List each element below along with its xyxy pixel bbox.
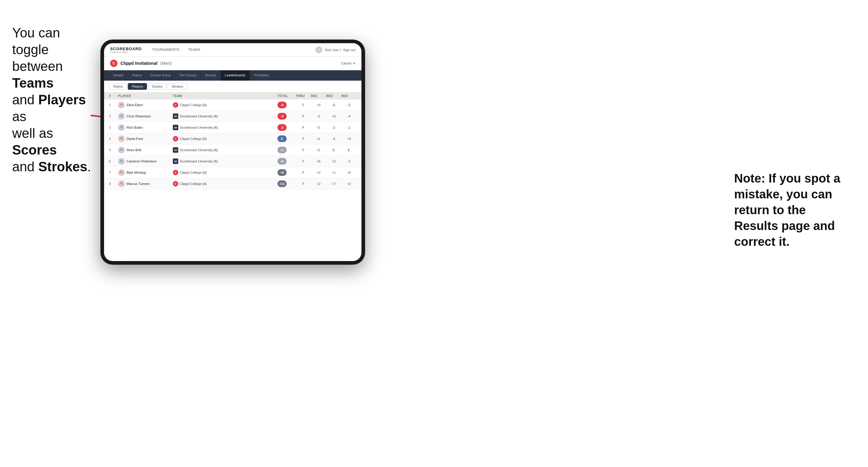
rank-cell: 5 bbox=[109, 148, 118, 152]
player-cell: Cameron Robertson bbox=[118, 158, 173, 164]
player-cell: Elliot Ebert bbox=[118, 102, 173, 108]
tab-course-setup[interactable]: Course Setup bbox=[146, 70, 175, 81]
tournament-header: C Clippd Invitational (Men) Cancel ✕ bbox=[104, 57, 362, 70]
tablet-screen: SCOREBOARD Powered by clippd TOURNAMENTS… bbox=[104, 43, 362, 261]
tab-printables[interactable]: Printables bbox=[250, 70, 273, 81]
thru-cell: F bbox=[296, 171, 311, 174]
team-name: Scoreboard University [A] bbox=[180, 148, 218, 152]
table-row: 6 Cameron Robertson SB Scoreboard Univer… bbox=[104, 156, 362, 167]
player-name: David Ford bbox=[127, 137, 143, 141]
rd2-cell: +5 bbox=[326, 115, 341, 118]
rd1-cell: +3 bbox=[311, 103, 326, 107]
sign-out-link[interactable]: Sign out bbox=[343, 48, 355, 52]
player-name: Elliot Ebert bbox=[127, 103, 143, 107]
nav-right: U Test User | Sign out bbox=[315, 46, 355, 53]
tournament-title: C Clippd Invitational (Men) bbox=[110, 60, 172, 67]
rd1-cell: +1 bbox=[311, 137, 326, 141]
rd1-cell: +2 bbox=[311, 182, 326, 186]
team-name: Scoreboard University [A] bbox=[180, 159, 218, 163]
team-logo-sb: SB bbox=[173, 125, 178, 130]
tab-results[interactable]: Results bbox=[201, 70, 221, 81]
nav-links: TOURNAMENTS TEAMS bbox=[148, 43, 315, 57]
total-cell: +11 bbox=[277, 180, 296, 187]
player-name: Marcus Turners bbox=[127, 182, 150, 186]
nav-teams[interactable]: TEAMS bbox=[184, 43, 205, 57]
rank-cell: 2 bbox=[109, 115, 118, 118]
col-rd1: RD1 bbox=[311, 94, 326, 98]
rd3-cell: +6 bbox=[341, 171, 356, 174]
team-logo-sb: SB bbox=[173, 114, 178, 119]
table-row: 8 Marcus Turners C Clippd College [A] +1… bbox=[104, 178, 362, 190]
player-name: Rees Britt bbox=[127, 148, 141, 152]
subtab-teams[interactable]: Teams bbox=[109, 83, 127, 90]
rd2-cell: +2 bbox=[326, 159, 341, 163]
tab-leaderboards[interactable]: Leaderboards bbox=[221, 70, 250, 81]
rank-cell: 1 bbox=[109, 103, 118, 107]
total-cell: +8 bbox=[277, 169, 296, 176]
user-name: Test User | bbox=[324, 48, 340, 52]
player-avatar bbox=[118, 158, 125, 164]
col-player: PLAYER bbox=[118, 94, 173, 98]
score-badge: +6 bbox=[277, 158, 287, 164]
total-cell: +1 bbox=[277, 147, 296, 153]
tab-teams[interactable]: Teams bbox=[128, 70, 146, 81]
rank-cell: 3 bbox=[109, 126, 118, 129]
team-logo-clippd: C bbox=[173, 181, 178, 186]
subtab-scores[interactable]: Scores bbox=[148, 83, 166, 90]
player-cell: David Ford bbox=[118, 135, 173, 142]
player-avatar bbox=[118, 135, 125, 142]
player-cell: Rees Britt bbox=[118, 147, 173, 153]
player-avatar bbox=[118, 124, 125, 131]
player-name: Chris Robertson bbox=[127, 115, 151, 118]
player-name: Blair McHarg bbox=[127, 171, 146, 174]
team-cell: C Clippd College [A] bbox=[173, 170, 277, 175]
team-name: Scoreboard University [A] bbox=[180, 115, 218, 118]
rd3-cell: +3 bbox=[341, 137, 356, 141]
table-body: 1 Elliot Ebert C Clippd College [A] -8 F… bbox=[104, 99, 362, 190]
rd1-cell: -5 bbox=[311, 115, 326, 118]
table-row: 2 Chris Robertson SB Scoreboard Universi… bbox=[104, 111, 362, 122]
player-cell: Marcus Turners bbox=[118, 180, 173, 187]
total-cell: -2 bbox=[277, 124, 296, 131]
team-cell: SB Scoreboard University [A] bbox=[173, 147, 277, 153]
rd3-cell: -1 bbox=[341, 126, 356, 129]
thru-cell: F bbox=[296, 159, 311, 163]
rd1-cell: +1 bbox=[311, 148, 326, 152]
table-row: 4 David Ford C Clippd College [A] E F +1… bbox=[104, 133, 362, 145]
player-avatar bbox=[118, 113, 125, 120]
team-name: Clippd College [A] bbox=[180, 171, 207, 174]
subtab-strokes[interactable]: Strokes bbox=[168, 83, 187, 90]
rd3-cell: -4 bbox=[341, 115, 356, 118]
total-cell: -8 bbox=[277, 102, 296, 108]
total-cell: -4 bbox=[277, 113, 296, 120]
tab-details[interactable]: Details bbox=[109, 70, 128, 81]
subtab-players[interactable]: Players bbox=[128, 83, 147, 90]
cancel-button[interactable]: Cancel ✕ bbox=[341, 61, 355, 65]
nav-tournaments[interactable]: TOURNAMENTS bbox=[148, 43, 184, 57]
tab-tee-groups[interactable]: Tee Groups bbox=[175, 70, 201, 81]
score-badge: +1 bbox=[277, 147, 287, 153]
tablet-frame: SCOREBOARD Powered by clippd TOURNAMENTS… bbox=[100, 39, 365, 265]
rd2-cell: +7 bbox=[326, 182, 341, 186]
table-header: # PLAYER TEAM TOTAL THRU RD1 RD2 RD3 bbox=[104, 92, 362, 99]
user-icon: U bbox=[315, 46, 322, 53]
team-logo-clippd: C bbox=[173, 102, 178, 108]
close-icon: ✕ bbox=[352, 61, 355, 65]
team-name: Clippd College [A] bbox=[180, 103, 207, 107]
rd2-cell: E bbox=[326, 148, 341, 152]
team-cell: SB Scoreboard University [A] bbox=[173, 114, 277, 119]
leaderboard-table: # PLAYER TEAM TOTAL THRU RD1 RD2 RD3 1 E… bbox=[104, 92, 362, 261]
table-row: 5 Rees Britt SB Scoreboard University [A… bbox=[104, 145, 362, 156]
sub-tabs: Teams Players Scores Strokes bbox=[104, 81, 362, 92]
team-cell: C Clippd College [A] bbox=[173, 136, 277, 142]
team-logo-sb: SB bbox=[173, 147, 178, 153]
col-rd2: RD2 bbox=[326, 94, 341, 98]
rd2-cell: +1 bbox=[326, 171, 341, 174]
rd1-cell: +5 bbox=[311, 159, 326, 163]
player-name: Cameron Robertson bbox=[127, 159, 157, 163]
tournament-name: Clippd Invitational bbox=[121, 61, 157, 66]
rd3-cell: +2 bbox=[341, 182, 356, 186]
score-badge: +11 bbox=[277, 180, 287, 187]
score-badge: E bbox=[277, 135, 287, 142]
score-badge: +8 bbox=[277, 169, 287, 176]
